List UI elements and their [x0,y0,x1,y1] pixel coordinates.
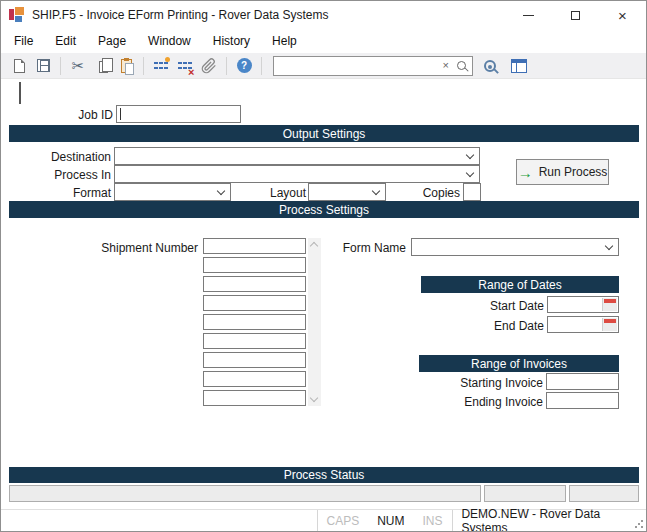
run-arrow-icon: → [518,165,533,180]
shipment-number-label: Shipment Number [88,240,198,256]
shipment-number-field-9[interactable] [203,390,306,406]
shipment-number-field-8[interactable] [203,371,306,387]
delete-rows-button[interactable]: × [174,55,196,77]
job-id-label: Job ID [41,107,113,123]
new-document-icon [14,59,25,73]
end-date-label: End Date [444,318,544,334]
cut-button[interactable]: ✂ [67,55,89,77]
minimize-icon [523,15,534,16]
ending-invoice-field[interactable] [546,392,619,409]
process-status-header: Process Status [9,467,639,483]
process-in-select[interactable] [114,165,480,183]
shipment-number-field-5[interactable] [203,314,306,330]
toolbar-separator [60,57,61,75]
chevron-down-icon [466,169,474,177]
search-icon[interactable] [457,61,466,70]
scroll-down-icon[interactable] [310,394,318,402]
form-area: Job ID Output Settings Destination Proce… [1,79,647,511]
process-status-field-3 [569,485,639,502]
insert-rows-button[interactable] [150,55,172,77]
start-date-field[interactable] [547,296,619,313]
scroll-up-icon[interactable] [310,242,318,250]
process-status-text [9,485,481,502]
calendar-icon[interactable] [602,298,617,311]
toolbar-separator [143,57,144,75]
format-select[interactable] [114,183,231,201]
status-bar: CAPS NUM INS DEMO.NEW - Rover Data Syste… [1,509,646,531]
new-document-button[interactable] [8,55,30,77]
menu-window[interactable]: Window [137,30,202,52]
paste-icon [121,59,132,73]
run-process-button[interactable]: → Run Process [516,159,609,185]
range-of-invoices-header: Range of Invoices [419,355,619,372]
maximize-icon [571,11,580,20]
copies-field[interactable] [463,183,481,201]
starting-invoice-field[interactable] [546,373,619,390]
copy-button[interactable] [91,55,113,77]
paste-button[interactable] [115,55,137,77]
process-status-field-2 [484,485,566,502]
preview-button[interactable] [479,55,501,77]
shipment-number-field-7[interactable] [203,352,306,368]
caps-lock-indicator: CAPS [318,514,369,528]
app-logo-icon [9,7,25,23]
help-button[interactable]: ? [233,55,255,77]
attachment-button[interactable] [198,55,220,77]
menu-help[interactable]: Help [261,30,308,52]
layout-select[interactable] [308,183,386,201]
save-button[interactable] [32,55,54,77]
copies-label: Copies [400,185,460,201]
save-icon [37,59,50,72]
shipment-number-field-2[interactable] [203,257,306,273]
search-box: × [273,56,473,76]
layout-label: Layout [246,185,306,201]
title-bar: SHIP.F5 - Invoice EForm Printing - Rover… [1,1,646,29]
shipment-number-field-6[interactable] [203,333,306,349]
calendar-icon[interactable] [602,318,617,331]
insert-indicator: INS [414,514,452,528]
close-icon: × [618,8,627,23]
toolbar: ✂ × ? × [1,53,646,79]
chevron-down-icon [605,242,613,250]
insert-rows-icon [154,60,169,72]
chevron-down-icon [372,187,380,195]
process-settings-header: Process Settings [9,201,639,218]
window-title: SHIP.F5 - Invoice EForm Printing - Rover… [32,8,329,22]
layout-panel-button[interactable] [508,55,530,77]
form-name-select[interactable] [411,238,619,256]
output-settings-header: Output Settings [9,125,639,142]
cut-icon: ✂ [72,57,85,75]
maximize-button[interactable] [552,1,599,29]
end-date-field[interactable] [547,316,619,333]
shipment-list-scrollbar[interactable] [308,238,321,406]
layout-panel-icon [511,59,527,73]
toolbar-separator [261,57,262,75]
starting-invoice-label: Starting Invoice [443,375,543,391]
start-date-label: Start Date [444,298,544,314]
preview-icon [484,60,496,72]
shipment-number-field-1[interactable] [203,238,306,254]
session-info: DEMO.NEW - Rover Data Systems [452,507,646,532]
clear-search-icon[interactable]: × [443,59,449,71]
range-of-dates-header: Range of Dates [421,276,619,293]
menu-file[interactable]: File [3,30,44,52]
text-caret [19,82,21,104]
menu-bar: File Edit Page Window History Help [1,29,646,53]
menu-page[interactable]: Page [87,30,137,52]
minimize-button[interactable] [505,1,552,29]
menu-edit[interactable]: Edit [44,30,87,52]
format-label: Format [21,185,111,201]
attachment-icon [201,58,217,74]
resize-grip-icon[interactable] [634,519,644,529]
num-lock-indicator: NUM [368,514,413,528]
shipment-number-field-4[interactable] [203,295,306,311]
destination-select[interactable] [114,147,480,165]
delete-rows-icon: × [178,60,193,72]
chevron-down-icon [466,151,474,159]
job-id-field[interactable] [116,105,241,123]
process-in-label: Process In [21,167,111,183]
shipment-number-field-3[interactable] [203,276,306,292]
toolbar-separator [226,57,227,75]
menu-history[interactable]: History [202,30,261,52]
close-button[interactable]: × [599,1,646,29]
